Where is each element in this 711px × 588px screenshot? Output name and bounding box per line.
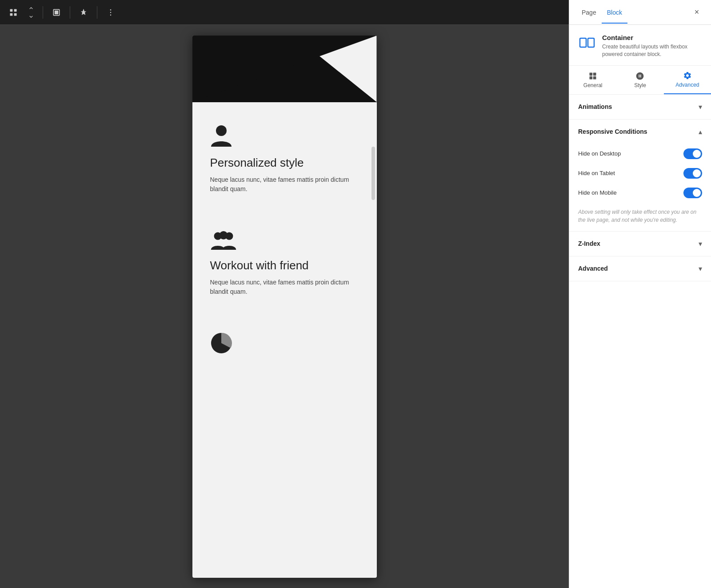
hide-tablet-row: Hide on Tablet [569, 164, 711, 183]
z-index-title: Z-Index [578, 240, 600, 247]
section-2-text: Neque lacus nunc, vitae fames mattis pro… [210, 278, 359, 296]
pie-chart-icon [210, 332, 232, 354]
hide-mobile-row: Hide on Mobile [569, 183, 711, 203]
svg-rect-19 [593, 76, 596, 79]
z-index-section: Z-Index ▾ [569, 232, 711, 256]
panel-tabs: Page Block × [569, 0, 711, 25]
frame-icon [52, 8, 61, 17]
block-info-text: Container Create beautiful layouts with … [602, 34, 702, 58]
hide-mobile-toggle[interactable] [683, 188, 702, 198]
animations-title: Animations [578, 103, 612, 110]
sub-tab-style[interactable]: Style [616, 66, 663, 94]
general-icon [588, 72, 597, 80]
animations-header[interactable]: Animations ▾ [569, 95, 711, 119]
hide-tablet-toggle[interactable] [683, 168, 702, 179]
svg-point-9 [216, 125, 227, 136]
svg-point-8 [110, 14, 112, 16]
sub-tab-advanced[interactable]: Advanced [664, 66, 711, 94]
frame-select-button[interactable] [48, 4, 64, 20]
person-icon [210, 124, 232, 149]
svg-rect-0 [10, 9, 13, 12]
panel-scroll: Container Create beautiful layouts with … [569, 25, 711, 588]
block-title: Container [602, 34, 702, 41]
container-block-icon [578, 34, 596, 52]
responsive-conditions-title: Responsive Conditions [578, 128, 647, 135]
toolbar-divider-2 [70, 6, 70, 19]
svg-rect-5 [55, 10, 58, 14]
z-index-header[interactable]: Z-Index ▾ [569, 232, 711, 256]
more-icon [106, 8, 115, 17]
style-icon [635, 72, 644, 80]
chevron-up-icon [28, 5, 34, 11]
block-description: Create beautiful layouts with flexbox po… [602, 43, 702, 58]
grid-icon [9, 8, 18, 17]
grid-toggle-button[interactable] [5, 4, 21, 20]
svg-rect-14 [580, 38, 586, 47]
svg-rect-1 [14, 9, 17, 12]
responsive-conditions-hint: Above setting will only take effect once… [569, 203, 711, 231]
preview-header [192, 36, 377, 102]
animations-section: Animations ▾ [569, 95, 711, 120]
tab-page[interactable]: Page [576, 2, 602, 23]
toolbar-divider-3 [97, 6, 97, 19]
block-info: Container Create beautiful layouts with … [569, 25, 711, 66]
toolbar-divider-1 [43, 6, 43, 19]
section-1-title: Personalized style [210, 156, 359, 170]
close-panel-button[interactable]: × [690, 5, 704, 20]
svg-rect-16 [590, 72, 593, 76]
animations-chevron-down-icon: ▾ [699, 103, 702, 111]
advanced-icon [683, 71, 692, 80]
svg-rect-17 [593, 72, 596, 76]
group-icon [210, 229, 237, 252]
more-options-button[interactable] [103, 4, 119, 20]
hide-desktop-label: Hide on Desktop [578, 150, 621, 157]
hide-tablet-label: Hide on Tablet [578, 170, 615, 176]
advanced-section: Advanced ▾ [569, 256, 711, 281]
advanced-header[interactable]: Advanced ▾ [569, 256, 711, 281]
preview-section-1: Personalized style Neque lacus nunc, vit… [210, 116, 359, 194]
section-1-text: Neque lacus nunc, vitae fames mattis pro… [210, 175, 359, 194]
canvas-content: Personalized style Neque lacus nunc, vit… [0, 25, 569, 588]
preview-scrollbar[interactable] [371, 147, 375, 200]
sub-tab-general[interactable]: General [569, 66, 616, 94]
hide-mobile-label: Hide on Mobile [578, 189, 617, 196]
chevron-up-button[interactable] [25, 4, 37, 12]
hide-desktop-toggle[interactable] [683, 148, 702, 159]
responsive-conditions-chevron-up-icon: ▴ [699, 128, 702, 136]
pin-button[interactable] [76, 4, 92, 20]
svg-point-7 [110, 12, 112, 13]
advanced-title: Advanced [578, 265, 608, 272]
svg-rect-3 [14, 13, 17, 16]
right-panel: Page Block × Container Create beautiful … [569, 0, 711, 588]
sub-tabs: General Style Advanced [569, 66, 711, 95]
z-index-chevron-down-icon: ▾ [699, 240, 702, 248]
chevron-down-button[interactable] [25, 13, 37, 21]
pin-icon [79, 8, 88, 17]
svg-rect-2 [10, 13, 13, 16]
svg-rect-18 [590, 76, 593, 79]
responsive-conditions-section: Responsive Conditions ▴ Hide on Desktop … [569, 120, 711, 232]
sub-tab-advanced-label: Advanced [675, 82, 699, 88]
container-icon-svg [579, 35, 595, 51]
section-2-title: Workout with friend [210, 259, 359, 272]
sub-tab-style-label: Style [634, 82, 646, 88]
svg-point-12 [219, 231, 228, 240]
chevron-down-icon [28, 14, 34, 20]
tab-block[interactable]: Block [602, 2, 627, 23]
svg-point-6 [110, 9, 112, 10]
page-preview: Personalized style Neque lacus nunc, vit… [192, 36, 377, 578]
advanced-chevron-down-icon: ▾ [699, 264, 702, 273]
main-toolbar [0, 0, 569, 25]
svg-rect-15 [588, 38, 594, 47]
preview-section-2: Workout with friend Neque lacus nunc, vi… [210, 220, 359, 296]
preview-body: Personalized style Neque lacus nunc, vit… [192, 102, 377, 394]
hide-desktop-row: Hide on Desktop [569, 144, 711, 164]
preview-section-3 [210, 323, 359, 354]
responsive-conditions-header[interactable]: Responsive Conditions ▴ [569, 120, 711, 144]
sub-tab-general-label: General [583, 82, 603, 88]
